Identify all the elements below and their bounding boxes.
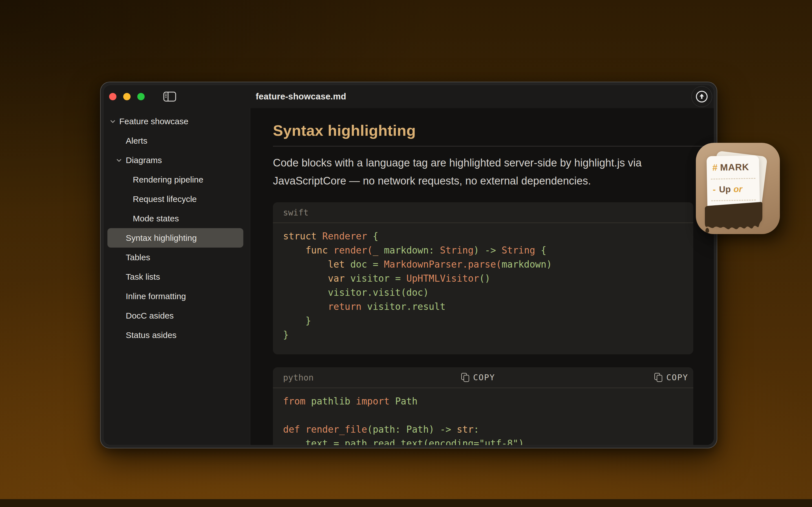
sidebar-item-task-lists[interactable]: Task lists (107, 267, 243, 286)
sidebar-item-label: Inline formatting (126, 291, 186, 301)
close-button[interactable] (109, 93, 116, 100)
sidebar-item-label: Alerts (126, 136, 147, 146)
sidebar-item-inline-formatting[interactable]: Inline formatting (107, 286, 243, 306)
window-inner: feature-showcase.md Feature showcaseAler… (103, 85, 714, 445)
window-title: feature-showcase.md (256, 85, 346, 108)
traffic-lights (109, 93, 145, 100)
code-line: } (283, 314, 683, 328)
copy-button[interactable]: COPY (461, 373, 495, 382)
app-icon-title: #MARK (712, 162, 754, 173)
code-blocks: swiftstruct Renderer { func render(_ mar… (273, 202, 714, 445)
sidebar-item-tables[interactable]: Tables (107, 247, 243, 267)
sidebar-item-label: Feature showcase (119, 117, 188, 126)
share-up-arrow-icon (695, 90, 708, 103)
sidebar-item-docc-asides[interactable]: DocC asides (107, 306, 243, 325)
chevron-down-icon[interactable] (109, 118, 117, 125)
sidebar-item-label: Tables (126, 252, 150, 262)
markdown-app-icon[interactable]: #MARK -Upor -Down (696, 143, 780, 234)
code-line: func render(_ markdown: String) -> Strin… (283, 243, 683, 258)
screen-bottom-strip (0, 499, 812, 507)
sidebar-list: Feature showcaseAlertsDiagramsRendering … (103, 112, 250, 345)
intro-paragraph: Code blocks with a language tag are high… (273, 154, 684, 190)
sidebar: Feature showcaseAlertsDiagramsRendering … (103, 108, 250, 445)
dashed-divider (711, 200, 756, 202)
code-body: struct Renderer { func render(_ markdown… (273, 223, 693, 353)
copy-button[interactable]: COPY (654, 373, 688, 382)
code-language-label: python (283, 373, 313, 383)
app-icon-line-up: -Upor (713, 184, 754, 195)
code-block-header: pythonCOPYCOPY (273, 367, 693, 388)
code-line: def render_file(path: Path) -> str: (283, 422, 683, 437)
code-line: struct Renderer { (283, 229, 683, 243)
chocolate-droplet (705, 228, 709, 233)
code-line (283, 408, 683, 422)
main-content: Syntax highlighting Code blocks with a l… (250, 108, 714, 445)
sidebar-item-label: Task lists (126, 272, 160, 282)
python-code-block: pythonCOPYCOPYfrom pathlib import Path d… (273, 367, 693, 445)
sidebar-item-label: Status asides (126, 330, 176, 340)
app-window: feature-showcase.md Feature showcaseAler… (100, 82, 717, 448)
code-line: visitor.visit(doc) (283, 286, 683, 300)
copy-button-label: COPY (666, 373, 688, 382)
zoom-button[interactable] (137, 93, 145, 100)
page-title: Syntax highlighting (273, 122, 714, 139)
sidebar-item-alerts[interactable]: Alerts (107, 131, 243, 151)
copy-icon (654, 373, 663, 382)
sidebar-item-label: Rendering pipeline (133, 175, 203, 184)
sidebar-item-label: Syntax highlighting (126, 233, 197, 243)
copy-icon (461, 373, 470, 382)
sidebar-item-feature-showcase[interactable]: Feature showcase (107, 112, 243, 131)
share-button[interactable] (691, 86, 712, 107)
titlebar: feature-showcase.md (103, 85, 714, 108)
sidebar-item-syntax-highlighting[interactable]: Syntax highlighting (107, 228, 243, 247)
code-block-header: swift (273, 202, 693, 223)
dashed-divider (711, 178, 755, 180)
sidebar-item-diagrams[interactable]: Diagrams (107, 151, 243, 170)
minimize-button[interactable] (123, 93, 131, 100)
chocolate-drip-graphic (703, 202, 765, 234)
chevron-down-icon[interactable] (115, 157, 123, 164)
sidebar-item-rendering-pipeline[interactable]: Rendering pipeline (107, 170, 243, 189)
copy-button-label: COPY (473, 373, 495, 382)
sidebar-item-mode-states[interactable]: Mode states (107, 209, 243, 228)
sidebar-item-label: Diagrams (126, 156, 162, 165)
code-language-label: swift (283, 208, 308, 217)
sidebar-item-request-lifecycle[interactable]: Request lifecycle (107, 189, 243, 209)
code-line: let doc = MarkdownParser.parse(markdown) (283, 258, 683, 272)
sidebar-item-label: Mode states (133, 214, 179, 223)
code-line: from pathlib import Path (283, 394, 683, 408)
heading-divider (273, 146, 703, 147)
code-body: from pathlib import Path def render_file… (273, 388, 693, 445)
code-line: var visitor = UpHTMLVisitor() (283, 272, 683, 286)
sidebar-item-status-asides[interactable]: Status asides (107, 325, 243, 345)
sidebar-item-label: DocC asides (126, 311, 174, 321)
sidebar-item-label: Request lifecycle (133, 194, 197, 204)
swift-code-block: swiftstruct Renderer { func render(_ mar… (273, 202, 693, 354)
code-line: } (283, 328, 683, 342)
sidebar-toggle-icon[interactable] (163, 92, 176, 102)
code-line: text = path.read_text(encoding="utf-8") (283, 437, 683, 445)
code-line: return visitor.result (283, 300, 683, 314)
